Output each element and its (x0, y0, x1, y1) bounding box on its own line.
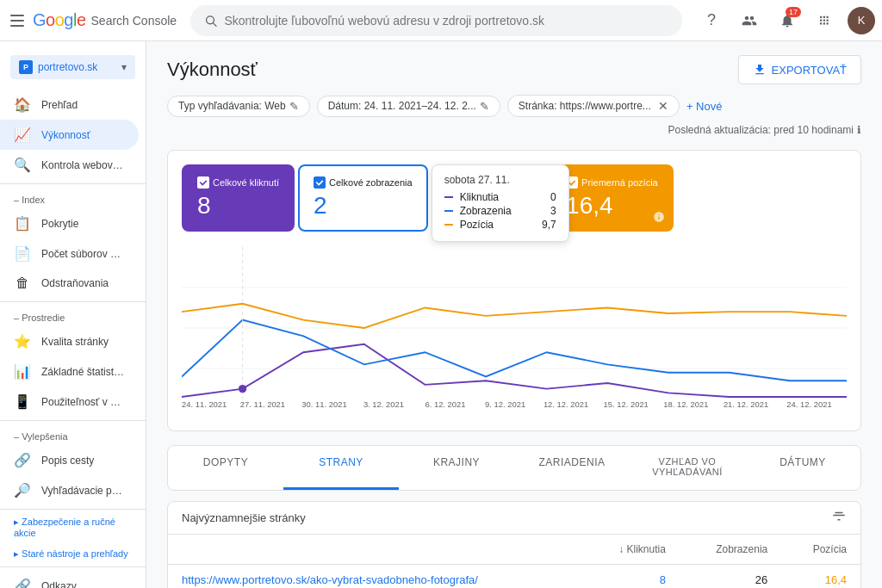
tooltip-row-kliknutia: Kliknutia 0 (444, 191, 556, 203)
filter-chip-datum[interactable]: Dátum: 24. 11. 2021–24. 12. 2... ✎ (317, 96, 500, 117)
search-url-icon: 🔍 (14, 157, 31, 173)
sidebar-item-sitemap[interactable]: 📄 Počet súborov Sitemap (0, 238, 139, 269)
filter-chip-typ[interactable]: Typ vyhľadávania: Web ✎ (167, 96, 310, 117)
col-header-kliknutia[interactable]: ↓ Kliknutia (583, 535, 679, 565)
sitemap-icon: 📄 (14, 245, 31, 262)
sidebar-item-vyhladavacie[interactable]: 🔎 Vyhľadávacie pole odka... (0, 475, 139, 505)
sidebar-label-popis: Popis cesty (41, 455, 94, 467)
divider-5 (0, 566, 146, 567)
app-title: Search Console (91, 14, 177, 28)
main-content: Výkonnosť EXPORTOVAŤ Typ vyhľadávania: W… (146, 41, 882, 588)
tab-dopyty[interactable]: DOPYTY (168, 446, 283, 490)
hamburger-menu[interactable] (7, 10, 28, 31)
table-header-row: ↓ Kliknutia Zobrazenia Pozícia (168, 535, 860, 565)
prostredie-section-title: – Prostredie (0, 306, 146, 326)
add-filter-button[interactable]: + Nové (686, 100, 723, 113)
svg-text:3. 12. 2021: 3. 12. 2021 (363, 399, 404, 409)
sidebar-item-pokrytie[interactable]: 📋 Pokrytie (0, 208, 139, 238)
tab-strany[interactable]: STRANY (283, 446, 399, 490)
divider-1 (0, 183, 146, 184)
removals-icon: 🗑 (14, 275, 31, 291)
row-kliknutia: 8 (583, 565, 679, 589)
export-button[interactable]: EXPORTOVAŤ (738, 55, 861, 84)
property-name: portretovo.sk (38, 61, 116, 73)
chart-area[interactable]: 24. 11. 2021 27. 11. 2021 30. 11. 2021 3… (182, 242, 847, 417)
filter-label-typ: Typ vyhľadávania: Web (178, 100, 286, 112)
svg-text:24. 12. 2021: 24. 12. 2021 (786, 399, 831, 409)
sidebar-item-prehled[interactable]: 🏠 Prehľad (0, 90, 139, 120)
col-header-pozicia: Pozícia (781, 535, 860, 565)
help-button[interactable]: ? (696, 5, 727, 36)
sidebar-label-kvalita: Kvalita stránky (41, 336, 109, 348)
search-input[interactable] (224, 14, 668, 28)
tooltip-label-kliknutia: Kliknutia (460, 191, 499, 203)
filter-bar: Typ vyhľadávania: Web ✎ Dátum: 24. 11. 2… (167, 95, 861, 136)
pozicia-info-icon (653, 211, 665, 223)
filter-chip-stranka[interactable]: Stránka: https://www.portre... ✕ (507, 95, 680, 117)
metric-card-kliknutia[interactable]: Celkové kliknutí 8 (182, 164, 295, 232)
close-filter-stranka[interactable]: ✕ (658, 99, 668, 113)
tooltip-dot-orange (444, 224, 453, 226)
notifications-button[interactable]: 17 (772, 5, 803, 36)
breadcrumb-icon: 🔗 (14, 452, 31, 468)
stare-nastroje-collapse[interactable]: ▸ Staré nástroje a prehľady (0, 545, 146, 563)
pozicia-label: Priemerná pozícia (581, 177, 658, 188)
sidebar-item-kontrola[interactable]: 🔍 Kontrola webovej adresy (0, 150, 139, 180)
row-url[interactable]: https://www.portretovo.sk/ako-vybrat-sva… (168, 565, 583, 589)
svg-line-1 (214, 22, 217, 26)
tab-krajiny[interactable]: KRAJINY (399, 446, 514, 490)
divider-4 (0, 509, 146, 510)
sidebar-label-mobilnost: Použiteľnosť v mobilnýc... (41, 396, 125, 408)
search-icon (204, 14, 217, 28)
svg-text:9. 12. 2021: 9. 12. 2021 (485, 399, 525, 409)
metric-card-zobrazenia[interactable]: Celkové zobrazenia 2 (298, 164, 428, 232)
chart-icon: 📈 (14, 127, 31, 143)
tab-datumy-label: DÁTUMY (780, 456, 826, 468)
page-title: Výkonnosť (167, 59, 258, 81)
sidebar-item-odstranenia[interactable]: 🗑 Odstraňovania (0, 269, 139, 298)
metric-label-pozicia: Priemerná pozícia (566, 176, 658, 189)
apps-button[interactable] (810, 5, 841, 36)
property-selector[interactable]: P portretovo.sk ▾ (10, 55, 135, 79)
tooltip-dot-purple (444, 196, 453, 198)
tooltip-dot-blue (444, 210, 453, 212)
metric-check-kliknutia[interactable] (197, 176, 209, 189)
row-zobrazenia: 26 (680, 565, 781, 589)
metric-check-zobrazenia[interactable] (314, 176, 326, 189)
sidebar-item-vykonnost[interactable]: 📈 Výkonnosť (0, 120, 139, 150)
table-filter-icon[interactable] (831, 509, 847, 527)
tooltip-label-pozicia: Pozícia (460, 219, 494, 231)
add-filter-label: + Nové (686, 100, 723, 113)
search-bar[interactable] (190, 5, 682, 36)
vylepsenia-section-title: – Vylepšenia (0, 424, 146, 445)
sidebar-item-zakladne[interactable]: 📊 Základné štatistiky webu (0, 356, 139, 387)
topbar: Google Search Console ? 17 K (0, 0, 882, 41)
tab-zariadenia-label: ZARIADENIA (538, 456, 605, 468)
main-layout: P portretovo.sk ▾ 🏠 Prehľad 📈 Výkonnosť … (0, 41, 882, 588)
google-logo: Google (33, 10, 86, 30)
divider-2 (0, 301, 146, 302)
tab-vzhled[interactable]: VZHĽAD VO VYHĽADÁVANÍ (630, 446, 745, 490)
user-settings-icon[interactable] (734, 5, 765, 36)
sidebar-item-odkazy[interactable]: 🔗 Odkazy (0, 571, 139, 588)
tab-datumy[interactable]: DÁTUMY (745, 446, 860, 490)
zabezpecenie-collapse[interactable]: ▸ Zabezpečenie a ručné akcie (0, 513, 146, 542)
col-kliknutia-sort: ↓ Kliknutia (618, 543, 666, 555)
zobrazenia-value: 2 (314, 192, 413, 220)
svg-text:6. 12. 2021: 6. 12. 2021 (425, 399, 465, 409)
table-header: Najvýznamnejšie stránky (168, 502, 860, 535)
sidebar-item-kvalita[interactable]: ⭐ Kvalita stránky (0, 326, 139, 356)
edit-icon-typ[interactable]: ✎ (289, 100, 299, 113)
avatar[interactable]: K (848, 7, 875, 34)
tooltip-val-kliknutia: 0 (550, 191, 556, 203)
sidebar-item-popis[interactable]: 🔗 Popis cesty (0, 445, 139, 475)
table-body: https://www.portretovo.sk/ako-vybrat-sva… (168, 565, 860, 589)
svg-text:21. 12. 2021: 21. 12. 2021 (724, 399, 768, 409)
download-icon (753, 63, 767, 77)
col-header-url (168, 535, 583, 565)
edit-icon-datum[interactable]: ✎ (480, 100, 489, 113)
tab-zariadenia[interactable]: ZARIADENIA (514, 446, 630, 490)
kliknutia-value: 8 (197, 192, 279, 220)
metric-label-zobrazenia: Celkové zobrazenia (314, 176, 413, 189)
sidebar-item-mobilnost[interactable]: 📱 Použiteľnosť v mobilnýc... (0, 387, 139, 417)
